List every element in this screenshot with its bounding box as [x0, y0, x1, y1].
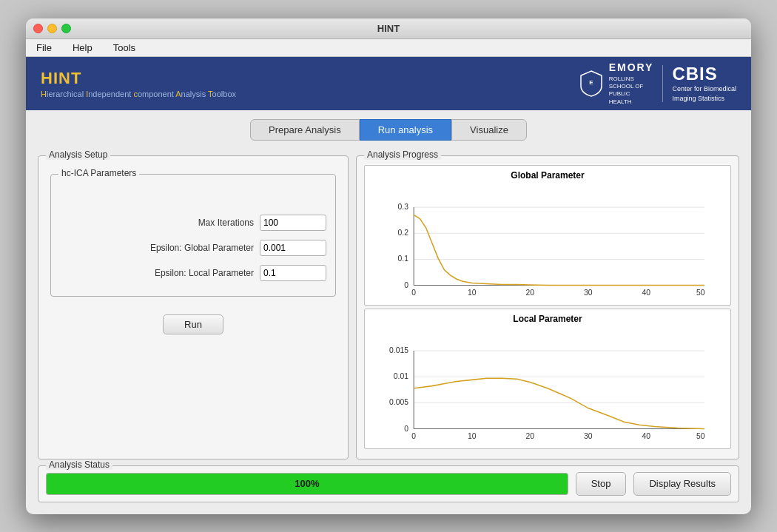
- svg-text:10: 10: [468, 431, 477, 440]
- panels-row: Analysis Setup hc-ICA Parameters Max Ite…: [38, 155, 739, 459]
- progress-panel-label: Analysis Progress: [364, 149, 441, 160]
- svg-text:0: 0: [411, 431, 416, 440]
- svg-text:0: 0: [411, 288, 416, 296]
- minimize-button[interactable]: [47, 24, 57, 33]
- tab-run-analysis[interactable]: Run analysis: [360, 119, 451, 141]
- param-label-epsilon-global: Epsilon: Global Parameter: [121, 243, 254, 253]
- cbis-subtitle: Center for BiomedicalImaging Statistics: [672, 84, 736, 103]
- title-bar: HINT: [26, 18, 751, 39]
- local-chart: Local Parameter 0 0.005 0.01 0.015 0 10 …: [364, 309, 731, 449]
- menu-help[interactable]: Help: [68, 41, 97, 55]
- main-window: HINT File Help Tools HINT Hierarchical I…: [26, 18, 751, 514]
- param-input-epsilon-global[interactable]: [260, 240, 326, 256]
- svg-text:0.1: 0.1: [398, 255, 409, 263]
- status-section: Analysis Status 100% Stop Display Result…: [38, 465, 739, 502]
- tab-bar: Prepare Analysis Run analysis Visualize: [26, 110, 751, 149]
- svg-text:40: 40: [642, 431, 651, 440]
- svg-text:E: E: [589, 79, 593, 86]
- menu-file[interactable]: File: [32, 41, 56, 55]
- param-input-max-iterations[interactable]: [260, 215, 326, 231]
- chart-area: Global Parameter 0 0.1 0.2 0.3 0 10 20 3…: [364, 165, 731, 449]
- main-content: Analysis Setup hc-ICA Parameters Max Ite…: [26, 149, 751, 514]
- cbis-logo: CBIS Center for BiomedicalImaging Statis…: [672, 64, 736, 103]
- svg-text:0: 0: [404, 424, 408, 432]
- svg-text:Iteration: Iteration: [542, 296, 570, 297]
- svg-text:0.01: 0.01: [394, 372, 408, 380]
- header-bar: HINT Hierarchical Independent component …: [26, 57, 751, 110]
- svg-text:20: 20: [525, 288, 534, 296]
- hcica-label: hc-ICA Parameters: [58, 168, 139, 178]
- svg-text:0.2: 0.2: [398, 229, 409, 237]
- display-results-button[interactable]: Display Results: [633, 472, 731, 496]
- emory-logo: E EMORY ROLLINSSCHOOL OFPUBLICHEALTH: [579, 61, 654, 106]
- local-chart-title: Local Parameter: [371, 314, 724, 324]
- svg-text:40: 40: [642, 288, 651, 296]
- close-button[interactable]: [33, 24, 43, 33]
- global-chart-svg: 0 0.1 0.2 0.3 0 10 20 30 40 50: [371, 182, 724, 297]
- svg-text:30: 30: [584, 288, 593, 296]
- status-row: 100% Stop Display Results: [46, 472, 731, 496]
- tab-visualize[interactable]: Visualize: [451, 119, 527, 141]
- progress-bar-fill: 100%: [47, 474, 568, 494]
- app-subtitle: Hierarchical Independent component Analy…: [41, 90, 236, 98]
- app-title: HINT: [41, 69, 236, 88]
- window-title: HINT: [377, 23, 400, 34]
- param-row-max-iterations: Max Iterations: [60, 215, 326, 231]
- param-label-max-iterations: Max Iterations: [121, 218, 254, 228]
- setup-panel-label: Analysis Setup: [46, 149, 110, 160]
- header-divider: [662, 65, 663, 102]
- progress-pct-label: 100%: [295, 478, 319, 489]
- maximize-button[interactable]: [61, 24, 71, 33]
- progress-bar: 100%: [46, 473, 568, 495]
- svg-text:0.005: 0.005: [389, 398, 408, 406]
- svg-text:50: 50: [696, 288, 705, 296]
- menu-bar: File Help Tools: [26, 39, 751, 57]
- global-chart: Global Parameter 0 0.1 0.2 0.3 0 10 20 3…: [364, 165, 731, 306]
- menu-tools[interactable]: Tools: [109, 41, 140, 55]
- svg-text:0.015: 0.015: [389, 346, 408, 354]
- global-chart-title: Global Parameter: [371, 170, 724, 181]
- header-logo: HINT Hierarchical Independent component …: [41, 69, 236, 98]
- local-chart-svg: 0 0.005 0.01 0.015 0 10 20 30 40 50: [371, 326, 724, 440]
- stop-button[interactable]: Stop: [576, 472, 627, 496]
- svg-text:Iteration: Iteration: [542, 440, 570, 440]
- svg-text:30: 30: [584, 431, 593, 440]
- emory-text: EMORY ROLLINSSCHOOL OFPUBLICHEALTH: [609, 61, 654, 106]
- emory-shield-icon: E: [579, 70, 603, 98]
- svg-text:10: 10: [468, 288, 477, 296]
- traffic-lights: [33, 24, 71, 33]
- hcica-box: hc-ICA Parameters Max Iterations Epsilon…: [50, 174, 336, 297]
- param-row-epsilon-local: Epsilon: Local Parameter: [60, 265, 326, 281]
- run-button[interactable]: Run: [163, 314, 223, 334]
- status-panel-label: Analysis Status: [46, 459, 112, 470]
- svg-text:50: 50: [696, 431, 705, 440]
- progress-panel: Analysis Progress Global Parameter 0 0.1…: [356, 155, 739, 459]
- svg-text:20: 20: [525, 431, 534, 440]
- svg-text:0: 0: [404, 280, 408, 289]
- header-right: E EMORY ROLLINSSCHOOL OFPUBLICHEALTH CBI…: [579, 61, 736, 106]
- run-btn-row: Run: [50, 314, 336, 334]
- param-input-epsilon-local[interactable]: [260, 265, 326, 281]
- tab-prepare-analysis[interactable]: Prepare Analysis: [250, 119, 360, 141]
- svg-text:0.3: 0.3: [398, 203, 409, 211]
- setup-panel: Analysis Setup hc-ICA Parameters Max Ite…: [38, 155, 349, 459]
- param-row-epsilon-global: Epsilon: Global Parameter: [60, 240, 326, 256]
- param-label-epsilon-local: Epsilon: Local Parameter: [121, 268, 254, 278]
